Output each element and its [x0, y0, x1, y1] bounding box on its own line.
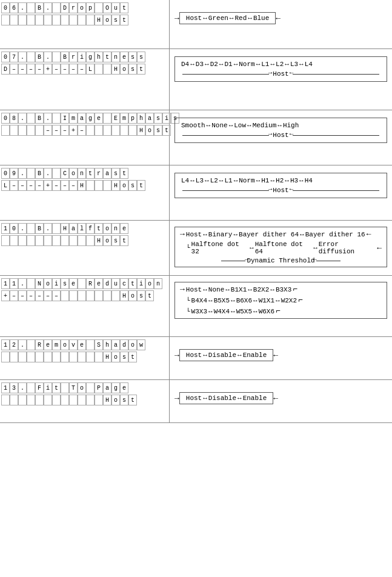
grid-row-07-2: D – – – – + – – – – L H o s t: [1, 64, 168, 75]
arrow-right: →: [180, 230, 185, 239]
cell: –: [10, 290, 18, 301]
cell: [35, 15, 44, 25]
cell: –: [27, 180, 35, 191]
cell: –: [52, 125, 61, 136]
cell: t: [128, 395, 137, 405]
opt: D4: [181, 61, 189, 68]
host-label-08: Host: [273, 132, 288, 139]
cell: [86, 15, 95, 25]
cell: v: [69, 339, 78, 350]
cell: .: [18, 168, 27, 179]
opt: W6X6: [259, 308, 274, 315]
opts-11-line1: → Host ↔ None ↔ B1X1 ↔ B2X2 ↔ B3X3 ⌐: [180, 285, 382, 294]
opt-green: Green: [208, 15, 228, 22]
left-col-09: 0 9 . B . C o n t r a s t L – – – – + – …: [0, 165, 170, 220]
cell: [61, 235, 69, 246]
opt: L3: [290, 61, 298, 68]
grid-row-13-2: H o s t: [1, 395, 168, 405]
options-container-06: → Host ↔ Green ↔ Red ↔ Blue ←: [174, 12, 387, 24]
arrow-left-12: ←: [273, 351, 278, 360]
cell: [69, 290, 78, 301]
cell: 1: [10, 278, 18, 289]
cell: [10, 352, 18, 362]
opt: B5X5: [214, 297, 230, 304]
cell: o: [111, 395, 120, 405]
row-10: 1 0 . B . H a l f t o n e: [0, 221, 392, 276]
grid-row-09-1: 0 9 . B . C o n t r a s t: [1, 168, 168, 179]
left-col-11: 1 1 . N o i s e R e d u c t i o n + – – …: [0, 276, 170, 336]
cell: 0: [1, 2, 10, 13]
cell: e: [95, 278, 103, 289]
cell: t: [103, 52, 111, 62]
cell: o: [103, 235, 111, 246]
cell: –: [10, 64, 18, 75]
grid-row-10-1: 1 0 . B . H a l f t o n e: [1, 223, 168, 234]
right-col-12: → Host ↔ Disable ↔ Enable ←: [170, 337, 392, 379]
cell: [86, 290, 95, 301]
grid-row-11-1: 1 1 . N o i s e R e d u c t i o n: [1, 278, 168, 289]
cell: [61, 15, 69, 25]
opts-11-line2: └ B4X4 ↔ B5X5 ↔ B6X6 ↔ W1X1 ↔ W2X2 ⌐: [186, 296, 382, 305]
cell: B: [35, 52, 44, 62]
cell: a: [78, 113, 86, 124]
cell: S: [95, 339, 103, 350]
corner: ⌐: [293, 285, 297, 294]
right-col-10: → Host ↔ Binary ↔ Bayer dither 64 ↔ Baye…: [170, 221, 392, 275]
opt: H4: [305, 177, 313, 184]
host-label-07: Host: [273, 70, 288, 78]
cell: [69, 395, 78, 405]
cell: [27, 113, 35, 124]
opt-enable: Enable: [243, 395, 267, 402]
options-container-13: → Host ↔ Disable ↔ Enable ←: [174, 392, 387, 404]
cell: [52, 352, 61, 362]
cell: [103, 113, 111, 124]
cell: o: [120, 180, 128, 191]
cell: [52, 52, 61, 62]
cell: 6: [10, 2, 18, 13]
opt: B4X4: [191, 297, 207, 304]
arrow-bar: →: [182, 190, 269, 191]
arrow-left-06: ←: [276, 14, 281, 23]
opt: Norm: [239, 177, 254, 184]
cell: F: [35, 382, 44, 393]
cell: e: [120, 223, 128, 234]
cell: [10, 395, 18, 405]
opt: Halftone dot 32: [191, 241, 248, 255]
opt: Norm: [239, 61, 254, 68]
grid-row-08-2: – – – + – H o s t: [1, 125, 168, 136]
opt: L1: [261, 61, 269, 68]
cell: [111, 290, 120, 301]
cell: +: [44, 64, 52, 75]
cell: [95, 64, 103, 75]
cell: –: [61, 125, 69, 136]
cell: [52, 113, 61, 124]
cell: e: [120, 382, 128, 393]
cell: –: [27, 290, 35, 301]
options-container-12: → Host ↔ Disable ↔ Enable ←: [174, 349, 387, 361]
opt: H3: [290, 177, 298, 184]
cell: [27, 2, 35, 13]
cell: t: [120, 2, 128, 13]
cell: s: [128, 180, 137, 191]
cell: t: [128, 352, 137, 362]
cell: s: [61, 278, 69, 289]
opt: Host: [186, 286, 202, 293]
opt: D2: [210, 61, 218, 68]
grid-row-06-1: 0 6 . B . D r o p O u t: [1, 2, 168, 13]
right-col-11: → Host ↔ None ↔ B1X1 ↔ B2X2 ↔ B3X3 ⌐ └ B…: [170, 276, 392, 336]
cell: H: [61, 223, 69, 234]
cell: a: [103, 168, 111, 179]
cell: s: [154, 125, 162, 136]
cell: m: [120, 113, 128, 124]
cell: [86, 125, 95, 136]
cell: o: [78, 382, 86, 393]
cell: o: [44, 278, 52, 289]
row-11: 1 1 . N o i s e R e d u c t i o n + – – …: [0, 276, 392, 337]
cell: e: [78, 339, 86, 350]
cell: [61, 395, 69, 405]
cell: B: [35, 168, 44, 179]
cell: t: [137, 180, 145, 191]
cell: r: [95, 168, 103, 179]
cell: a: [111, 339, 120, 350]
cell: w: [137, 339, 145, 350]
